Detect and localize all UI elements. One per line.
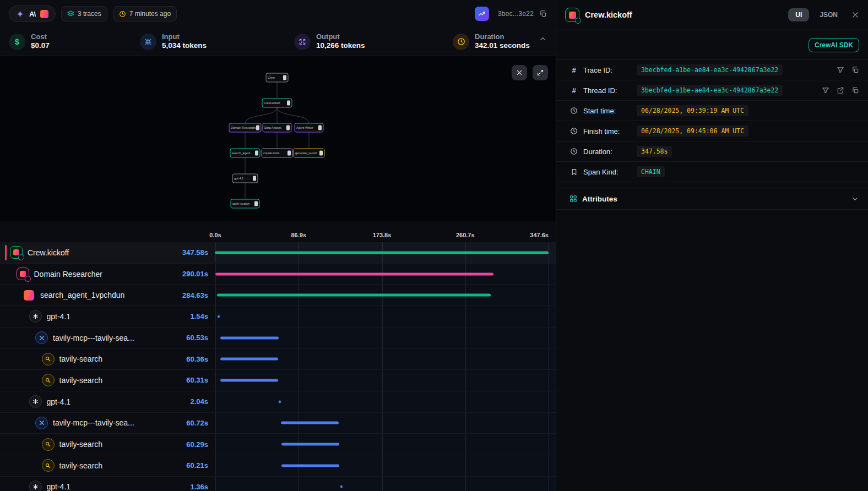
detail-row: #Thread ID:3becbfed-a1be-ae84-ea3c-49428… (556, 80, 868, 100)
tab-json[interactable]: JSON (815, 8, 843, 21)
trace-dag-graph[interactable]: CrewCrew.kickoffDomain ResearcherData An… (0, 56, 556, 221)
svg-text:Data Analyst: Data Analyst (264, 126, 281, 129)
output-value: 10,266 tokens (316, 41, 365, 51)
svg-text:search_agent: search_agent (232, 151, 251, 155)
span-bar[interactable] (215, 272, 494, 275)
detail-row: Finish time:06/28/2025, 09:45:06 AM UTC (556, 121, 868, 141)
span-plot (215, 370, 549, 391)
openai-icon (29, 395, 42, 408)
dollar-icon: $ (9, 34, 25, 50)
crewai-agent-icon (17, 268, 29, 280)
openai-icon (29, 481, 42, 491)
trace-row[interactable]: Domain Researcher290.01s (0, 264, 556, 285)
graph-node[interactable]: tavily-search (231, 199, 259, 208)
graph-node[interactable]: Crew.kickoff (262, 99, 292, 107)
layers-icon (67, 10, 74, 18)
trace-row[interactable]: tavily-search60.21s (0, 455, 556, 477)
detail-value[interactable]: 3becbfed-a1be-ae84-ea3c-4942867a3e22 (637, 64, 783, 75)
trace-row[interactable]: gpt-4.11.36s (0, 477, 556, 491)
svg-text:generate_report: generate_report (295, 151, 317, 155)
sdk-row: CrewAI SDK (556, 30, 868, 59)
trace-row[interactable]: tavily-search60.36s (0, 348, 556, 370)
trace-row[interactable]: tavily-mcp---tavily-sea...60.53s (0, 328, 556, 349)
panel-close-button[interactable] (851, 11, 859, 19)
graph-expand-button[interactable] (533, 65, 548, 80)
graph-node[interactable]: crewai-tools (262, 149, 292, 157)
graph-node[interactable]: gpt-4.1 (232, 174, 258, 183)
close-icon (516, 69, 523, 76)
detail-value[interactable]: CHAIN (637, 166, 665, 177)
tools-icon (35, 417, 48, 429)
detail-label: Finish time: (583, 127, 632, 135)
trace-row[interactable]: gpt-4.12.04s (0, 391, 556, 413)
crewai-logo-icon (40, 10, 48, 18)
span-bar[interactable] (281, 443, 339, 446)
span-bar[interactable] (281, 464, 339, 467)
span-bar[interactable] (220, 358, 278, 361)
detail-label: Start time: (583, 107, 632, 115)
span-bar[interactable] (279, 400, 281, 403)
graph-close-button[interactable] (512, 65, 527, 80)
span-bar[interactable] (218, 315, 220, 318)
detail-value[interactable]: 3becbfed-a1be-ae84-ea3c-4942867a3e22 (637, 85, 783, 96)
span-bar[interactable] (220, 336, 279, 339)
trace-row[interactable]: search_agent_1vpchdun284.63s (0, 285, 556, 306)
graph-node[interactable]: Data Analyst (263, 123, 291, 132)
span-label: Domain Researcher (34, 270, 178, 279)
axis-tick: 260.7s (456, 232, 475, 238)
span-label: tavily-search (59, 461, 182, 470)
traces-count-badge[interactable]: 3 traces (61, 6, 107, 21)
filter-icon[interactable] (822, 86, 829, 94)
span-plot (215, 264, 549, 285)
sdk-badge: CrewAI SDK (809, 38, 859, 52)
output-label: Output (316, 32, 365, 41)
tab-ui[interactable]: UI (788, 8, 809, 21)
span-bar[interactable] (215, 251, 549, 254)
stat-input: Input 5,034 tokens (140, 32, 294, 51)
span-plot (215, 348, 549, 369)
detail-value[interactable]: 06/28/2025, 09:39:19 AM UTC (637, 105, 748, 116)
attributes-icon (569, 195, 577, 203)
graph-node[interactable]: Crew (266, 73, 288, 82)
filter-icon[interactable] (837, 66, 844, 74)
trace-main-column: A\ 3 traces 7 minutes ago 3bec...3e22 (0, 0, 556, 491)
span-plot (215, 455, 549, 476)
span-label: tavily-mcp---tavily-sea... (53, 334, 181, 342)
copy-icon[interactable] (851, 66, 859, 74)
graph-node[interactable]: generate_report (294, 149, 324, 157)
copy-icon[interactable] (851, 86, 859, 94)
timeline-axis-inner: 0.0s86.9s173.8s260.7s347.6s (215, 221, 549, 242)
trace-row[interactable]: tavily-search60.31s (0, 370, 556, 391)
provider-logo-pill[interactable]: A\ (9, 6, 56, 22)
span-duration: 2.04s (190, 397, 208, 406)
svg-text:Crew.kickoff: Crew.kickoff (264, 101, 280, 105)
output-tokens-icon (294, 34, 311, 50)
time-ago-badge[interactable]: 7 minutes ago (113, 6, 177, 21)
stat-output: Output 10,266 tokens (294, 32, 453, 51)
trace-row[interactable]: Crew.kickoff347.58s (0, 242, 556, 264)
chart-icon[interactable] (475, 7, 489, 21)
trace-row[interactable]: tavily-mcp---tavily-sea...60.72s (0, 413, 556, 434)
panel-title: Crew.kickoff (585, 10, 783, 19)
detail-rows: #Trace ID:3becbfed-a1be-ae84-ea3c-494286… (556, 59, 868, 182)
span-bar[interactable] (220, 379, 278, 381)
trace-row[interactable]: gpt-4.11.54s (0, 306, 556, 328)
input-value: 5,034 tokens (162, 41, 207, 51)
span-bar[interactable] (281, 422, 339, 424)
span-bar[interactable] (217, 294, 490, 297)
collapse-stats-chevron-icon[interactable] (539, 35, 547, 45)
copy-trace-id-icon[interactable] (539, 10, 547, 18)
trace-row[interactable]: tavily-search60.29s (0, 434, 556, 455)
hash-icon: # (572, 86, 576, 95)
external-link-icon[interactable] (837, 86, 844, 94)
detail-value[interactable]: 347.58s (637, 146, 672, 157)
detail-value[interactable]: 06/28/2025, 09:45:06 AM UTC (637, 126, 748, 137)
trace-id-short: 3bec...3e22 (498, 10, 534, 18)
graph-node[interactable]: search_agent (230, 149, 260, 157)
attributes-section[interactable]: Attributes (556, 188, 868, 210)
graph-node[interactable]: Agent Writer (295, 123, 323, 132)
span-bar[interactable] (340, 485, 343, 488)
crewai-crew-icon (10, 246, 23, 259)
graph-node[interactable]: Domain Researcher (229, 123, 261, 132)
hash-icon: # (572, 66, 576, 74)
